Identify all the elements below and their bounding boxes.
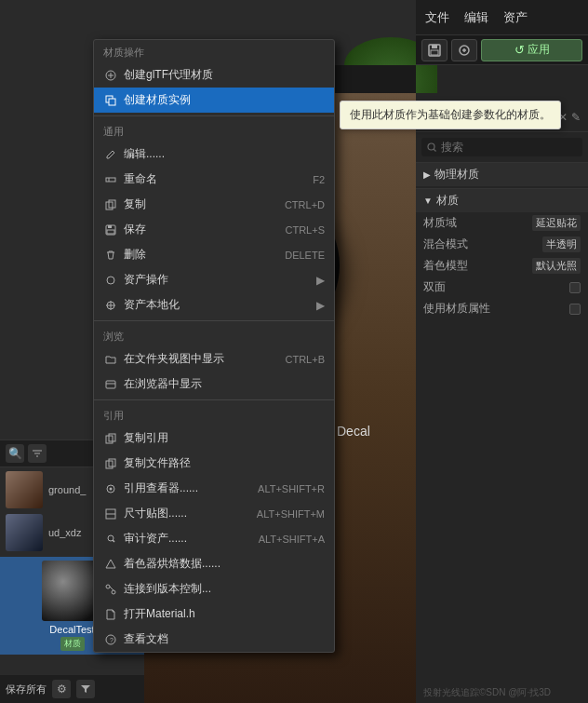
prop-material-domain: 材质域 延迟贴花 [416,212,588,234]
submenu-arrow-2: ▶ [316,299,325,312]
delete-icon [103,248,118,263]
svg-rect-11 [109,99,115,105]
tab-edit-icon[interactable]: ✎ [571,111,581,124]
menu-item-show-in-browser[interactable]: 在浏览器中显示 [94,372,334,397]
menu-item-create-gltf[interactable]: 创建glTF代理材质 [94,62,334,88]
right-panel-search[interactable] [421,138,582,156]
asset-thumb-udxdz [6,514,43,551]
instance-icon [103,93,118,108]
right-panel: 细节 参数 ✕ ✎ ▶ 物理材质 ▼ 材质 材质域 延迟贴花 混合模式 半透明 … [416,37,588,703]
filter-icon-2[interactable] [28,444,47,463]
menu-item-copy-ref[interactable]: 复制引用 [94,426,334,451]
gltf-icon [103,68,118,83]
asset-badge-decaltest: 材质 [60,637,85,651]
svg-point-44 [428,143,434,150]
section-material[interactable]: ▼ 材质 [416,188,588,212]
watermark: 投射光线追踪©SDN @阿·找3D [416,683,588,703]
save-icon [103,223,118,237]
menu-item-version-control[interactable]: 连接到版本控制... [94,576,334,602]
svg-rect-17 [108,225,112,228]
divider-1 [94,115,334,116]
size-map-icon [103,507,118,521]
svg-marker-33 [106,560,115,568]
asset-label-ground: ground_ [48,484,86,495]
apply-button[interactable]: ↺ 应用 [481,39,582,61]
svg-point-35 [112,590,115,594]
folder-icon [103,352,118,367]
menu-item-ref-viewer[interactable]: 引用查看器...... ALT+SHIFT+R [94,476,334,501]
menu-asset[interactable]: 资产 [503,9,528,26]
asset-label-udxdz: ud_xdz [48,527,81,538]
shader-icon [103,557,118,572]
save-button[interactable] [421,39,448,61]
svg-text:?: ? [110,637,114,643]
svg-point-28 [110,487,113,490]
svg-line-36 [110,587,114,590]
top-menu-bar: 文件 编辑 资产 [416,0,588,35]
menu-item-delete[interactable]: 删除 DELETE [94,242,334,267]
rp-save-toolbar: ↺ 应用 [416,35,588,65]
file-icon [103,607,118,622]
search-icon[interactable]: 🔍 [6,444,24,463]
rename-icon [103,172,118,187]
ref-viewer-icon [103,481,118,496]
audit-icon [103,532,118,547]
section-arrow-1: ▶ [423,169,431,180]
browser-icon [103,377,118,392]
divider-2 [94,320,334,321]
menu-item-copy[interactable]: 复制 CTRL+D [94,192,334,217]
asset-ops-icon [103,273,118,288]
menu-item-edit[interactable]: 编辑...... [94,142,334,167]
prop-shading-model: 着色模型 默认光照 [416,255,588,277]
use-material-attrs-checkbox[interactable] [569,304,581,315]
docs-icon: ? [103,632,118,647]
menu-section-ref: 引用 [94,403,334,426]
menu-item-asset-ops[interactable]: 资产操作 ▶ [94,267,334,292]
menu-section-general: 通用 [94,119,334,142]
asset-thumb-ground [6,471,43,508]
svg-point-19 [107,277,114,284]
tooltip: 使用此材质作为基础创建参数化的材质。 [340,101,561,129]
decal-viewport-label: Decal [337,424,370,439]
section-physical-material[interactable]: ▶ 物理材质 [416,162,588,186]
svg-rect-21 [106,381,115,388]
path-icon [103,456,118,471]
submenu-arrow: ▶ [316,274,325,287]
context-menu: 材质操作 创建glTF代理材质 创建材质实例 通用 编辑...... 重命名 F… [93,39,335,653]
prop-blend-mode: 混合模式 半透明 [416,234,588,255]
menu-item-audit-asset[interactable]: 审计资产...... ALT+SHIFT+A [94,526,334,551]
copy-ref-icon [103,431,118,446]
double-sided-checkbox[interactable] [569,282,581,293]
menu-item-open-header[interactable]: 打开Material.h [94,602,334,627]
menu-item-save[interactable]: 保存 CTRL+S [94,217,334,242]
svg-rect-12 [106,178,115,182]
menu-item-view-docs[interactable]: ? 查看文档 [94,627,334,652]
filter-button[interactable] [76,680,95,698]
menu-file[interactable]: 文件 [425,9,449,26]
svg-rect-18 [107,230,114,234]
copy-icon [103,197,118,212]
localize-icon [103,298,118,313]
menu-item-show-in-folder[interactable]: 在文件夹视图中显示 CTRL+B [94,346,334,372]
svg-rect-2 [431,50,438,55]
svg-point-31 [108,535,114,541]
menu-item-shader-bake[interactable]: 着色器烘焙数据...... [94,551,334,576]
left-panel-bottom-bar: 保存所有 ⚙ [0,675,144,703]
menu-item-copy-path[interactable]: 复制文件路径 [94,451,334,476]
menu-item-create-instance[interactable]: 创建材质实例 [94,88,334,113]
menu-edit[interactable]: 编辑 [464,9,488,26]
search-input[interactable] [441,141,577,154]
menu-item-size-map[interactable]: 尺寸贴图...... ALT+SHIFT+M [94,501,334,526]
export-button[interactable] [451,39,477,61]
search-toggle-button[interactable]: ⚙ [52,680,71,698]
menu-section-browse: 浏览 [94,324,334,346]
asset-name-decaltest: DecalTest [49,624,94,635]
menu-section-material-ops: 材质操作 [94,40,334,62]
apply-label: 应用 [528,42,550,58]
section-arrow-2: ▼ [423,196,433,206]
menu-item-rename[interactable]: 重命名 F2 [94,167,334,192]
vcs-icon [103,582,118,597]
menu-item-asset-localize[interactable]: 资产本地化 ▶ [94,292,334,318]
divider-3 [94,399,334,400]
svg-rect-1 [432,45,437,48]
